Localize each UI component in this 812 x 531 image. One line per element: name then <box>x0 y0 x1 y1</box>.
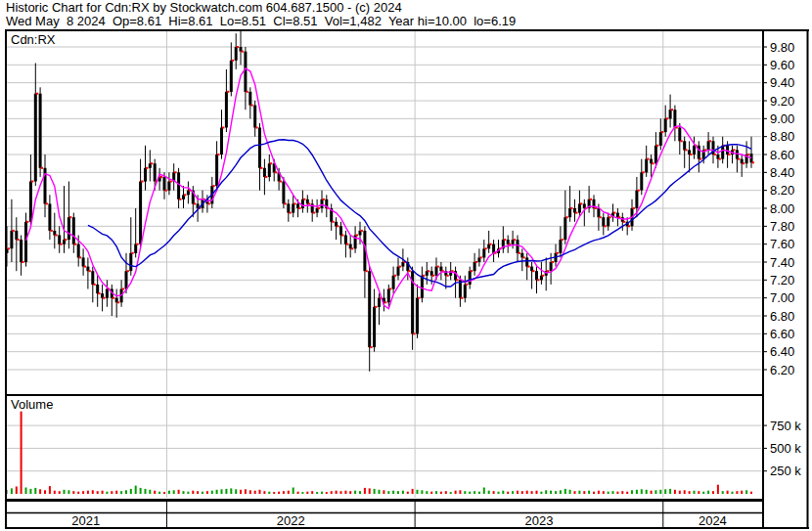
candle <box>63 186 67 253</box>
candle <box>268 155 272 182</box>
candle <box>248 87 252 118</box>
candle <box>736 146 740 173</box>
price-axis-label: 7.80 <box>770 219 794 234</box>
candle <box>626 217 630 235</box>
volume-axis-label: 750 k <box>770 419 801 433</box>
candle <box>187 182 191 204</box>
candle <box>664 106 668 137</box>
candle <box>115 289 119 318</box>
candle <box>449 262 453 280</box>
candle <box>474 253 477 276</box>
candle <box>354 226 358 252</box>
candle <box>492 240 496 262</box>
candle <box>640 159 644 196</box>
price-axis-label: 6.40 <box>770 344 794 359</box>
candle <box>167 172 171 195</box>
candle <box>397 257 401 280</box>
candle <box>568 186 572 222</box>
candle <box>512 231 516 248</box>
candle <box>750 137 754 168</box>
candle <box>321 191 325 213</box>
candle <box>368 267 372 372</box>
candle <box>316 199 320 217</box>
candle <box>669 95 673 128</box>
candle <box>416 285 420 338</box>
candle <box>258 123 262 191</box>
price-axis-label: 9.00 <box>770 111 794 126</box>
candle <box>698 141 701 172</box>
candle <box>683 137 687 168</box>
volume-bars <box>6 412 752 494</box>
x-axis-year-labels: 2021202220232024 <box>71 513 727 528</box>
candle <box>339 222 343 244</box>
volume-pane-label: Volume <box>11 397 53 412</box>
candle <box>158 168 162 191</box>
price-axis-label: 8.20 <box>770 183 794 198</box>
price-axis-label: 8.00 <box>770 201 794 216</box>
price-candles <box>6 30 754 372</box>
candle <box>287 199 291 222</box>
year-label: 2022 <box>277 513 305 528</box>
price-axis-label: 7.60 <box>770 237 794 251</box>
candle <box>517 236 520 263</box>
candle <box>520 248 524 271</box>
candle <box>487 231 491 253</box>
candle <box>525 253 529 281</box>
symbol-label: Cdn:RX <box>11 32 56 47</box>
candle <box>477 248 481 266</box>
candle <box>134 208 138 257</box>
candle <box>482 240 486 262</box>
candle <box>91 267 95 303</box>
candle <box>421 267 425 303</box>
volume-axis-label: 250 k <box>770 464 801 478</box>
candle <box>220 110 224 158</box>
price-axis-label: 9.20 <box>770 94 794 109</box>
price-axis-label: 6.60 <box>770 327 794 341</box>
candle <box>559 226 563 257</box>
price-axis-label: 7.00 <box>770 290 794 305</box>
chart-canvas: 9.809.609.409.209.008.808.608.408.208.00… <box>0 0 812 531</box>
candle <box>230 42 234 96</box>
candle <box>349 236 353 258</box>
year-label: 2021 <box>71 513 100 528</box>
price-axis-label: 6.80 <box>770 309 794 324</box>
candle <box>182 186 186 208</box>
candle <box>507 236 511 253</box>
stock-chart-window: 9.809.609.409.209.008.808.608.408.208.00… <box>0 0 812 531</box>
volume-axis-label: 500 k <box>770 441 801 456</box>
candle <box>439 262 443 280</box>
candle <box>177 168 181 208</box>
candle <box>602 213 606 236</box>
candle <box>72 213 76 253</box>
candle <box>555 244 559 267</box>
candle <box>583 199 587 227</box>
candle <box>106 280 110 307</box>
candle <box>101 285 105 312</box>
year-label: 2024 <box>699 513 727 528</box>
price-axis-label: 8.60 <box>770 148 794 162</box>
candle <box>469 267 473 289</box>
candle <box>745 141 749 168</box>
candle <box>344 231 348 258</box>
candle <box>688 141 692 172</box>
candle <box>53 213 57 249</box>
candle <box>540 262 544 285</box>
candle <box>530 262 534 289</box>
candle <box>564 191 567 244</box>
candle <box>335 217 338 240</box>
price-axis-label: 9.40 <box>770 75 794 90</box>
candle <box>502 226 506 252</box>
candle <box>58 226 62 252</box>
candle <box>535 267 539 294</box>
candle <box>34 64 38 187</box>
candle <box>673 106 677 142</box>
price-axis-label: 8.40 <box>770 165 794 180</box>
candle <box>301 191 305 213</box>
candle <box>741 155 744 177</box>
chart-title: Historic Chart for Cdn:RX by Stockwatch.… <box>6 1 402 15</box>
candle <box>707 132 711 155</box>
candle <box>306 195 310 212</box>
quote-line: Wed May 8 2024 Op=8.61 Hi=8.61 Lo=8.51 C… <box>6 15 516 28</box>
candle <box>144 146 148 191</box>
candle <box>621 213 625 231</box>
